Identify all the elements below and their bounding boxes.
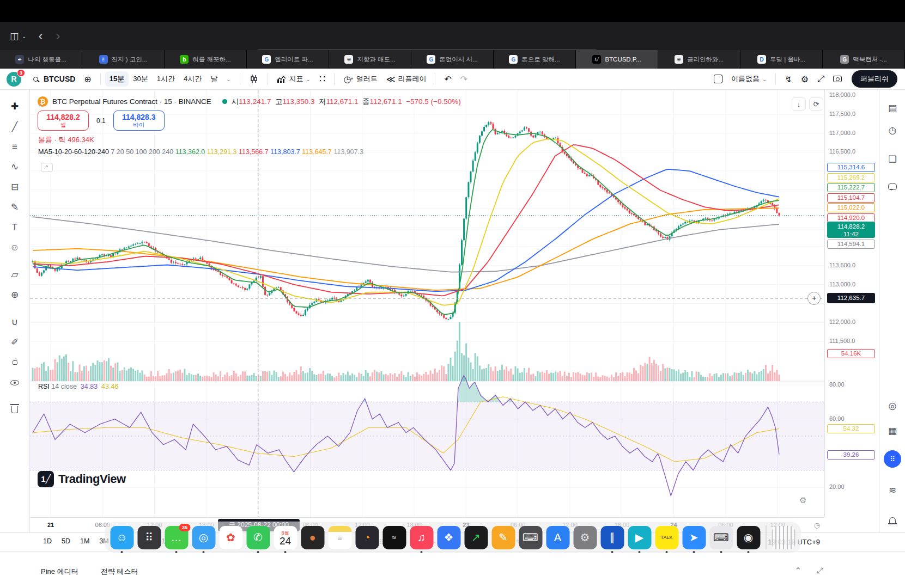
avatar[interactable]: R 3 <box>7 72 21 87</box>
browser-tab[interactable]: G돈으로 망해... <box>494 50 576 69</box>
quick-search-icon[interactable]: ↯ <box>780 71 796 87</box>
dock-facetime-icon[interactable]: ✆ <box>246 526 270 549</box>
symbol-legend[interactable]: ₿ BTC Perpetual Futures Contract · 15 · … <box>38 96 461 107</box>
layout-square-icon[interactable] <box>714 75 722 83</box>
dock-trash-icon[interactable] <box>772 526 795 549</box>
alarm-icon[interactable]: ◷ <box>879 122 905 138</box>
back-icon[interactable]: ‹ <box>38 28 42 44</box>
dock-notes-icon[interactable]: ≣ <box>328 526 351 549</box>
zoom-in-icon[interactable]: ⊕ <box>5 285 24 305</box>
target-icon[interactable]: ◎ <box>879 397 905 414</box>
trend-line-icon[interactable]: ╱ <box>5 117 24 137</box>
hide-all-icon[interactable] <box>5 372 24 393</box>
magnet-icon[interactable]: ∪ <box>5 312 24 332</box>
range-1D[interactable]: 1D <box>39 535 56 549</box>
streams-icon[interactable]: ≋ <box>879 482 905 498</box>
templates-grid-icon[interactable]: ∷ <box>315 70 330 88</box>
dock-parallels-icon[interactable]: ∥ <box>600 526 624 549</box>
panel-collapse-icon[interactable]: ⌃ <box>794 566 801 575</box>
reset-view-icon[interactable]: ⟳ <box>809 97 823 111</box>
sidebar-chevron-icon[interactable]: ⌄ <box>22 33 26 39</box>
snapshot-camera-icon[interactable] <box>833 76 842 82</box>
rsi-legend[interactable]: RSI 14 close 34.83 43.46 <box>38 383 118 390</box>
dock-settings-icon[interactable]: ⚙ <box>573 526 597 549</box>
long-position-icon[interactable]: ⊟ <box>5 177 24 197</box>
fullscreen-icon[interactable]: ⤢ <box>813 71 829 87</box>
timeframe-4시간[interactable]: 4시간 <box>179 71 206 87</box>
dock-kakaotalk-icon[interactable]: TALK <box>655 526 678 549</box>
dock-blue-app-icon[interactable]: ❖ <box>437 526 460 549</box>
browser-tab[interactable]: D투딩 | 올바... <box>740 50 823 69</box>
dock-calendar-icon[interactable]: 8월24 <box>274 526 297 549</box>
undo-icon[interactable]: ↶ <box>440 71 455 87</box>
sidebar-icon[interactable]: ◫ <box>10 30 19 42</box>
text-icon[interactable]: T <box>5 217 24 237</box>
ma-legend[interactable]: MA5-10-20-60-120-240 7 20 50 100 200 240… <box>38 148 363 156</box>
dock-music-icon[interactable]: ♫ <box>410 526 433 549</box>
replay-button[interactable]: ≪ 리플레이 <box>382 71 431 87</box>
xabcd-pattern-icon[interactable]: ∿ <box>5 157 24 177</box>
browser-tab[interactable]: G돈없어서 서... <box>411 50 494 69</box>
price-axis[interactable]: 118,000.0117,500.0117,000.0116,500.0114,… <box>824 90 879 517</box>
notifications-icon[interactable] <box>879 512 905 528</box>
crosshair-icon[interactable]: ✚ <box>5 96 24 117</box>
browser-tab[interactable]: b혀를 깨끗하... <box>165 50 247 69</box>
dock-screen-capture-icon[interactable]: ◉ <box>737 526 760 549</box>
apps-grid-icon[interactable]: ⠿ <box>879 451 905 467</box>
drawing-edit-lock-icon[interactable]: ✐ <box>5 332 24 352</box>
timeframe-날[interactable]: 날 <box>206 71 222 87</box>
emoji-icon[interactable]: ☺ <box>5 237 24 258</box>
browser-tab[interactable]: ✳저항과 매도... <box>329 50 411 69</box>
dock-compose-app-icon[interactable]: ✎ <box>491 526 515 549</box>
legend-title[interactable]: BTC Perpetual Futures Contract · 15 · BI… <box>52 97 211 106</box>
settings-gear-icon[interactable]: ⚙ <box>797 71 813 87</box>
dock-stocks-icon[interactable]: ↗ <box>464 526 488 549</box>
scroll-to-recent-icon[interactable]: ↓ <box>792 97 806 111</box>
dock-finder-icon[interactable]: ☺ <box>110 526 133 549</box>
browser-tab[interactable]: ✳금리인하와... <box>658 50 740 69</box>
dock-dark-browser-icon[interactable]: ◔ <box>355 526 379 549</box>
remove-drawings-icon[interactable] <box>5 400 24 420</box>
fib-retracement-icon[interactable]: ≡ <box>5 137 24 157</box>
indicators-button[interactable]: 지표 ⌄ <box>272 71 315 87</box>
timeframe-chevron-icon[interactable]: ⌄ <box>222 74 235 85</box>
chat-icon[interactable] <box>879 179 905 195</box>
add-symbol-icon[interactable]: ⊕ <box>80 71 95 87</box>
chart-area[interactable]: ₿ BTC Perpetual Futures Contract · 15 · … <box>30 90 824 517</box>
timeframe-1시간[interactable]: 1시간 <box>153 71 179 87</box>
layout-name-button[interactable]: 이름없음 ⌄ <box>727 71 771 87</box>
dock-app-store-icon[interactable]: A <box>546 526 569 549</box>
timeframe-15분[interactable]: 15분 <box>105 71 129 87</box>
dock-keyboard-viewer-icon[interactable]: ⌨ <box>709 526 733 549</box>
dock-messages-icon[interactable]: …35 <box>165 526 188 549</box>
browser-tab[interactable]: G엘리어트 파... <box>247 50 329 69</box>
dock-bluestacks-icon[interactable]: ▶ <box>628 526 651 549</box>
range-1M[interactable]: 1M <box>76 535 93 549</box>
panel-expand-icon[interactable]: ⤢ <box>817 566 823 575</box>
redo-icon[interactable]: ↷ <box>456 71 472 87</box>
tab-pine-editor[interactable]: Pine 에디터 <box>41 567 78 577</box>
browser-tab[interactable]: G맥북캡처 -... <box>823 50 905 69</box>
crosshair-plus-icon[interactable]: ＋ <box>807 292 821 305</box>
dock-safari-icon[interactable]: ◎ <box>192 526 215 549</box>
volume-legend[interactable]: 볼륨 · 틱 496.34K <box>38 135 94 145</box>
dock-photos-icon[interactable]: ✿ <box>219 526 242 549</box>
sell-button[interactable]: 114,828.2셀 <box>38 111 89 131</box>
ruler-icon[interactable]: ▱ <box>5 265 24 285</box>
browser-tab[interactable]: ✒나의 행동을... <box>0 50 82 69</box>
tab-strategy-tester[interactable]: 전략 테스터 <box>101 567 138 577</box>
search-icon[interactable] <box>33 77 38 82</box>
dock-orange-app-icon[interactable]: ● <box>301 526 324 549</box>
dock-utility-app-icon[interactable]: ⌨ <box>519 526 542 549</box>
symbol-button[interactable]: BTCUSD <box>42 72 80 86</box>
dock-apple-tv-icon[interactable]: tv <box>382 526 406 549</box>
brush-icon[interactable]: ✎ <box>5 197 24 217</box>
browser-tab[interactable]: 1╱BTCUSD.P... <box>576 50 658 69</box>
calendar-icon[interactable]: ▦ <box>879 422 905 439</box>
time-axis-clock-icon[interactable]: ◷ <box>814 521 820 529</box>
alert-button[interactable]: ◷+ 얼러트 <box>339 71 381 87</box>
headlines-icon[interactable]: ▤ <box>879 100 905 116</box>
range-5D[interactable]: 5D <box>58 535 74 549</box>
browser-tab[interactable]: ✌진지 ) 코인... <box>82 50 165 69</box>
publish-button[interactable]: 퍼블리쉬 <box>852 70 897 88</box>
